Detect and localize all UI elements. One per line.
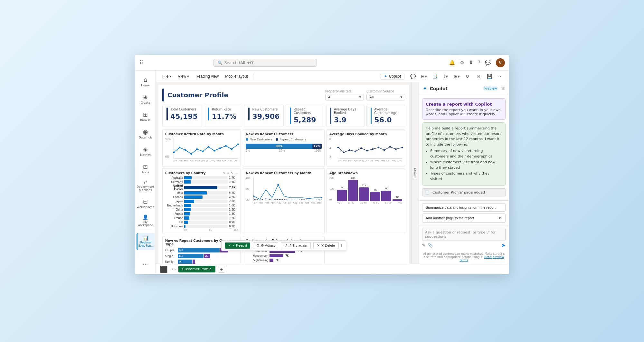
download-icon[interactable]: ⬇ (469, 60, 473, 66)
return-rate-chart: 50% 0% (165, 138, 238, 164)
kpi-avg-days: Average Days Booked 3.9 (326, 105, 365, 127)
copy-button[interactable]: ⊡ (474, 72, 483, 81)
sidebar-item-workspaces[interactable]: ⊟ Workspaces (137, 195, 155, 212)
customer-source-dropdown[interactable]: All ▾ (366, 94, 405, 100)
kpi-accent-return (208, 108, 209, 120)
sidebar-item-home[interactable]: ⌂ Home (137, 73, 155, 90)
interest-row-sightseeing: Sightseeing 2K (246, 259, 321, 262)
page-prev-icon[interactable]: ‹ (172, 267, 173, 271)
copilot-button[interactable]: ✦ Copilot (381, 73, 404, 80)
copilot-hero-title: Create a report with Copilot (426, 102, 502, 107)
svg-point-25 (277, 184, 279, 186)
tab-label: Customer Profile (182, 267, 212, 271)
page-next-icon[interactable]: › (174, 267, 175, 271)
svg-point-21 (389, 146, 391, 148)
customer-source-filter-group: Customer Source All ▾ (366, 90, 405, 100)
dashboard-title: Customer Profile (167, 91, 325, 99)
view-button[interactable]: View ▾ (175, 73, 192, 80)
expand-icon[interactable]: ⤡ (231, 171, 233, 175)
delete-icon: ✕ (317, 243, 320, 248)
kpi-accent-age (371, 108, 372, 124)
stacked-bar: 88% 12% (246, 144, 321, 149)
sidebar-item-myworkspace[interactable]: 👤 My workspace (137, 212, 155, 229)
bookmark-button[interactable]: 📑 (430, 72, 439, 81)
action-info-icon[interactable]: ℹ (341, 243, 343, 248)
mobile-layout-button[interactable]: Mobile layout (223, 73, 251, 80)
copilot-pencil-button[interactable]: ✎ (422, 243, 426, 248)
svg-point-13 (343, 152, 345, 153)
copilot-icon: ✦ (384, 74, 387, 79)
svg-point-7 (213, 150, 215, 152)
refresh-button[interactable]: ↺ (463, 72, 472, 81)
sidebar-item-apps[interactable]: ⊡ Apps (137, 160, 155, 177)
app-window: ⠿ 🔍 Search (Alt +Q) 🔔 ⚙ ⬇ ? 💬 U ⌂ Home ⊕… (135, 55, 509, 274)
copilot-send-button[interactable]: ➤ (501, 242, 506, 248)
tab-customer-profile[interactable]: Customer Profile (178, 266, 215, 272)
tab-add-button[interactable]: + (218, 266, 225, 273)
add-page-button[interactable]: Add another page to the report ↺ (422, 214, 506, 223)
copilot-added-text: 'Customer Profile' page added (431, 190, 485, 195)
sidebar-item-more[interactable]: ... (137, 255, 155, 271)
settings-icon[interactable]: ⚙ (460, 60, 464, 66)
svg-point-5 (202, 151, 204, 152)
view2-button[interactable]: ⊟▾ (419, 72, 428, 81)
file-button[interactable]: File ▾ (160, 73, 174, 80)
bar-row-germany: Germany 1.5K (165, 180, 238, 184)
notification-icon[interactable]: 🔔 (449, 60, 455, 66)
kpi-repeat-customers: Repeat Customers 5,289 (286, 105, 324, 127)
keep-label: ✓ Keep it (232, 243, 247, 248)
try-again-button[interactable]: ↺ ↺ Try again (281, 242, 310, 249)
save-button[interactable]: 💾 (485, 72, 494, 81)
chart-new-vs-repeat: New vs Repeat Customers New Customers Re… (243, 129, 324, 166)
mobile-layout-label: Mobile layout (225, 74, 248, 79)
copilot-input[interactable]: Ask a question or request, or type '/' f… (422, 228, 506, 241)
action-bar: ✓ ✓ Keep it ⚙ ⚙ Adjust ↺ ↺ Try again ✕ (221, 240, 346, 251)
sidebar-item-deployment[interactable]: ⇄ Deployment pipelines (137, 177, 155, 194)
sidebar-item-metrics[interactable]: ◈ Metrics (137, 143, 155, 159)
bar-row-us: United States 7.6K (165, 185, 238, 190)
stacked-bar-container: 88% 12% 0% 50% 100% (246, 144, 321, 152)
keep-button[interactable]: ✓ ✓ Keep it (225, 242, 250, 249)
svg-point-12 (337, 147, 339, 148)
summarize-button[interactable]: Summarize data and insights form the rep… (422, 203, 506, 212)
chart-customers-by-country: Customers by Country ✎ ≡ ⤡ ⋯ (162, 168, 241, 234)
filters-tab[interactable]: Filters (412, 82, 419, 264)
bar-row-china: China 1.5K (165, 208, 238, 211)
help-icon[interactable]: ? (478, 60, 480, 66)
reading-view-button[interactable]: Reading view (193, 73, 221, 80)
sidebar-item-report[interactable]: 📊 Regional Sales Rep... (137, 233, 155, 250)
comment-button[interactable]: 💬 (408, 72, 417, 81)
copilot-actions: Summarize data and insights form the rep… (419, 200, 509, 225)
dashboard-accent-bar (162, 89, 164, 101)
avatar[interactable]: U (496, 58, 505, 67)
sidebar-item-datahub[interactable]: ◉ Data hub (137, 125, 155, 142)
copilot-hero-desc: Describe the report you want, in your ow… (426, 108, 502, 116)
sidebar-item-browse[interactable]: ⊞ Browse (137, 108, 155, 125)
copilot-close-button[interactable]: ✕ (501, 86, 505, 91)
share-button[interactable]: ⤴▾ (441, 72, 450, 81)
feedback-icon[interactable]: 💬 (485, 60, 491, 66)
chart-title-avg-days: Average Days Booked by Month (329, 132, 402, 136)
search-bar[interactable]: 🔍 Search (Alt +Q) (213, 59, 317, 67)
copilot-attach-button[interactable]: 📎 (428, 243, 433, 248)
kpi-accent-total (166, 108, 168, 120)
more-button[interactable]: ⋯ (496, 72, 505, 81)
sidebar-item-create[interactable]: ⊕ Create (137, 90, 155, 107)
dashboard-container: Customer Profile Property Visited All ▾ (156, 82, 509, 264)
y-axis-avg: 6 4 2 (329, 138, 337, 158)
pencil-icon[interactable]: ✎ (223, 171, 226, 175)
more-chart-icon[interactable]: ⋯ (235, 171, 238, 175)
layout-button[interactable]: ⊞▾ (452, 72, 461, 81)
waffle-icon[interactable]: ⠿ (139, 59, 143, 66)
delete-button[interactable]: ✕ ✕ Delete (313, 242, 339, 249)
svg-point-23 (402, 147, 403, 148)
adjust-button[interactable]: ⚙ ⚙ Adjust (253, 242, 278, 249)
copilot-added-badge: 📄 'Customer Profile' page added (422, 188, 506, 196)
filter-icon[interactable]: ≡ (227, 171, 230, 175)
sidebar-label-metrics: Metrics (140, 153, 151, 157)
svg-point-9 (225, 145, 227, 147)
y-axis-nrm: 10K5K0K (246, 177, 253, 201)
main-layout: ⌂ Home ⊕ Create ⊞ Browse ◉ Data hub ◈ Me… (135, 71, 509, 274)
property-visited-dropdown[interactable]: All ▾ (325, 94, 364, 100)
chart-title-country: Customers by Country (165, 171, 205, 175)
